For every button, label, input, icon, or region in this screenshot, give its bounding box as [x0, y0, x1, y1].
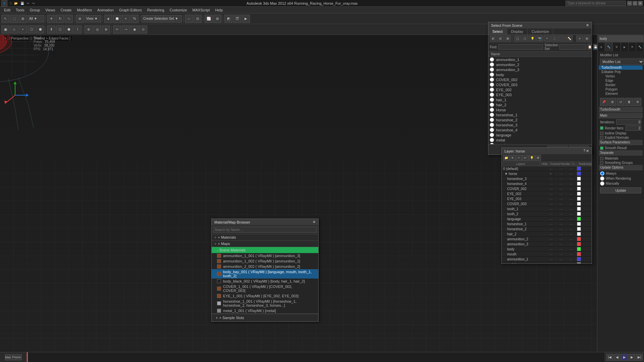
snaps-btn[interactable]: 🔲 [113, 15, 121, 23]
sdlg-invert-btn[interactable]: ⊠ [504, 36, 511, 42]
layer-help-btn[interactable]: ? [583, 149, 585, 153]
polygon-submenu[interactable]: Polygon [599, 87, 643, 92]
timeline-track[interactable] [27, 352, 605, 362]
minimize-btn[interactable]: ─ [627, 1, 632, 6]
list-item-ammo2[interactable]: ammunition_2 [488, 62, 592, 67]
list-item-metal[interactable]: metal [488, 137, 592, 142]
menu-maxscript[interactable]: MAXScript [190, 7, 213, 13]
iterations-input[interactable] [616, 119, 641, 125]
make-unique-btn[interactable]: U [617, 98, 625, 106]
angle-snap-btn[interactable]: ⌖ [122, 15, 130, 23]
go-end-btn[interactable]: ▶| [636, 354, 643, 361]
mirror-btn[interactable]: ↔ [185, 15, 193, 23]
close-btn[interactable]: ✕ [638, 1, 643, 6]
sdlg-spacewarp-btn[interactable]: ◌ [551, 36, 558, 42]
redo-btn[interactable]: ↪ [31, 1, 36, 5]
vertex-mode-btn[interactable]: • [19, 25, 27, 34]
window-controls[interactable]: ─ □ ✕ [627, 1, 643, 6]
reference-coord-btn[interactable]: ⊕ [76, 15, 84, 23]
sdlg-hierarchy-btn[interactable]: ⊞ [584, 36, 590, 42]
mat-item-6[interactable]: EYE_1_001 ( VRayMtl ) [EYE_002, EYE_003] [212, 293, 318, 299]
pin-stack-btn[interactable]: 📌 [600, 98, 608, 106]
connect-btn[interactable]: ⊕ [85, 25, 93, 34]
mat-item-2[interactable]: ammunition_2_002 ( VRayMtl ) [ammunition… [212, 264, 318, 269]
list-item-horse[interactable]: Horse [488, 107, 592, 112]
schematic-view-btn[interactable]: ⊞ [213, 15, 221, 23]
cmd-tab-motion[interactable]: ▶ [621, 43, 629, 51]
element-submenu[interactable]: Element [599, 92, 643, 96]
mat-item-5[interactable]: COVER_1_001 ( VRayMtl ) [COVER_002, COVE… [212, 284, 318, 293]
material-browser-close[interactable]: ✕ [313, 220, 316, 224]
list-item-hs4[interactable]: horseshoe_4 [488, 127, 592, 132]
rotate-btn[interactable]: ↻ [56, 15, 64, 23]
layer-close-btn[interactable]: ✕ [586, 149, 589, 153]
list-item-body[interactable]: body [488, 72, 592, 77]
layer-tooth1[interactable]: tooth_1 ---- ---- ---- [502, 206, 592, 212]
layer-hs4[interactable]: horseshoe_4 ---- ---- ---- [502, 181, 592, 186]
select-tab[interactable]: Select [488, 28, 507, 35]
menu-modifiers[interactable]: Modifiers [74, 7, 95, 13]
sdlg-shape-btn[interactable]: ⬡ [522, 36, 528, 42]
mat-item-0[interactable]: ammunition_1_001 ( VRayMtl ) [ammunition… [212, 253, 318, 258]
layer-cover003[interactable]: COVER_003 ---- ---- ---- [502, 201, 592, 206]
layer-hs3[interactable]: horseshoe_3 ---- ---- ---- [502, 176, 592, 181]
view-dropdown[interactable]: View ▼ [85, 15, 101, 22]
maximize-btn[interactable]: □ [633, 1, 637, 6]
cmd-tab-display[interactable]: 👁 [629, 43, 636, 51]
remove-modifier-btn[interactable]: 🗑 [625, 98, 633, 106]
weld-btn[interactable]: ◉ [130, 25, 139, 34]
layer-list[interactable]: 0 (default) ---- ---- ---- ▼ horse ✓ ---… [502, 166, 592, 263]
menu-rendering[interactable]: Rendering [145, 7, 167, 13]
list-item-hs2[interactable]: horseshoe_2 [488, 117, 592, 122]
sdlg-list-view-btn[interactable]: ≡ [576, 36, 583, 42]
sample-slots-section[interactable]: + + Sample Slots [213, 315, 317, 321]
render-scene-btn[interactable]: 🎬 [233, 15, 241, 23]
list-item-hair2[interactable]: hair_2 [488, 102, 592, 107]
render-iters-checkbox[interactable]: ✓ [600, 126, 603, 130]
list-item-eye002[interactable]: EYE_002 [488, 87, 592, 92]
align-btn[interactable]: ⊟ [194, 15, 202, 23]
sdlg-none-btn[interactable]: ⊟ [497, 36, 504, 42]
mat-item-3[interactable]: body_bay_001 ( VRayMtl ) [language, mout… [212, 269, 318, 279]
inset-btn[interactable]: ⬢ [65, 25, 73, 34]
always-radio[interactable] [600, 171, 604, 176]
physics-btn[interactable]: Physac [12, 354, 22, 360]
bridge-btn[interactable]: ⌇ [73, 25, 82, 34]
sdlg-helper-btn[interactable]: + [544, 36, 550, 42]
select-list[interactable]: ammunition_1 ammunition_2 ammunition_3 b… [488, 57, 592, 144]
menu-graph-editors[interactable]: Graph Editors [116, 7, 145, 13]
vertex-submenu[interactable]: Vertex [599, 74, 643, 78]
menu-create[interactable]: Create [58, 7, 74, 13]
select-all-btn[interactable]: ⊞ [19, 15, 27, 23]
selection-set-input[interactable] [559, 44, 586, 50]
layer-new-btn[interactable]: 📁 [503, 155, 509, 161]
select-dialog-titlebar[interactable]: Select From Scene ✕ [488, 22, 592, 28]
edge-submenu[interactable]: Edge [599, 78, 643, 83]
filter-dropdown[interactable]: All ▼ [28, 15, 44, 22]
list-item-hs1[interactable]: horseshoe_1 [488, 112, 592, 117]
maps-section-header[interactable]: + + Maps [212, 241, 318, 247]
material-editor-btn[interactable]: ◩ [224, 15, 232, 23]
isoline-checkbox[interactable] [600, 132, 603, 135]
curve-editor-btn[interactable]: 📈 [205, 15, 213, 23]
scale-btn[interactable]: ⤡ [65, 15, 73, 23]
layer-ammo3[interactable]: ammunition_3 ---- ---- ---- [502, 242, 592, 247]
smooth-result-checkbox[interactable]: ✓ [600, 146, 603, 150]
max-fps-btn[interactable]: Max [5, 354, 11, 360]
list-item-hair1[interactable]: hair_1 [488, 97, 592, 102]
ring-btn[interactable]: ⊗ [102, 25, 110, 34]
menu-tools[interactable]: Tools [13, 7, 27, 13]
editable-poly-modifier[interactable]: Editable Poly [599, 70, 643, 74]
menu-group[interactable]: Group [27, 7, 43, 13]
layer-hs2[interactable]: horseshoe_2 ---- ---- ---- [502, 227, 592, 232]
play-btn[interactable]: ▶ [621, 354, 628, 361]
material-browser-titlebar[interactable]: Material/Map Browser ✕ [212, 219, 318, 225]
layer-delete-btn[interactable]: ✕ [509, 155, 516, 161]
layer-settings-btn[interactable]: ⚙ [535, 155, 541, 161]
layer-tooth2[interactable]: tooth_2 ---- ---- ---- [502, 212, 592, 217]
loop-btn[interactable]: ◎ [93, 25, 101, 34]
layer-cover002[interactable]: COVER_002 ---- ---- ---- [502, 186, 592, 191]
cut-btn[interactable]: ✂ [113, 25, 121, 34]
polygon-mode-btn[interactable]: ▣ [1, 25, 9, 34]
layer-language[interactable]: language ---- ---- ---- [502, 217, 592, 222]
